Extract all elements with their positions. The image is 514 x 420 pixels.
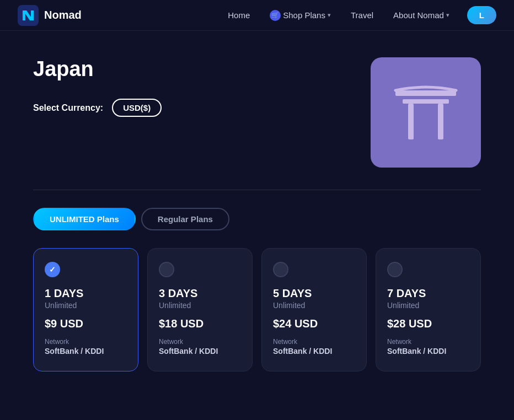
- plan-network-value-3: SoftBank / KDDI: [273, 347, 355, 356]
- plan-network-label-1: Network: [45, 338, 127, 346]
- nomad-logo-icon: [18, 5, 39, 26]
- radio-3day: [159, 262, 174, 277]
- plan-cards: 1 DAYS Unlimited $9 USD Network SoftBank…: [33, 248, 481, 371]
- section-divider: [33, 190, 481, 190]
- plan-type-2: Unlimited: [159, 301, 241, 310]
- currency-selector[interactable]: USD($): [112, 99, 162, 117]
- torii-gate-icon: [393, 79, 459, 146]
- country-info: Japan Select Currency: USD($): [33, 57, 371, 117]
- logo: Nomad: [18, 5, 82, 26]
- currency-label: Select Currency:: [33, 103, 103, 113]
- plan-days-1: 1 DAYS: [45, 287, 127, 300]
- plan-tabs: UNLIMITED Plans Regular Plans: [33, 208, 481, 230]
- plan-network-value-4: SoftBank / KDDI: [387, 347, 469, 356]
- navbar: Nomad Home 🛒 Shop Plans ▾ Travel About N…: [0, 0, 514, 31]
- chevron-down-icon: ▾: [328, 12, 331, 19]
- plan-card-7day[interactable]: 7 DAYS Unlimited $28 USD Network SoftBan…: [376, 248, 481, 371]
- plan-price-2: $18 USD: [159, 317, 241, 330]
- login-button[interactable]: L: [467, 6, 496, 24]
- nav-links: Home 🛒 Shop Plans ▾ Travel About Nomad ▾…: [220, 6, 496, 25]
- plan-days-3: 5 DAYS: [273, 287, 355, 300]
- plan-network-label-3: Network: [273, 338, 355, 346]
- main-content: Japan Select Currency: USD($): [0, 31, 514, 394]
- plan-type-4: Unlimited: [387, 301, 469, 310]
- plan-card-5day[interactable]: 5 DAYS Unlimited $24 USD Network SoftBan…: [261, 248, 367, 371]
- country-image: [371, 57, 481, 168]
- svg-rect-1: [395, 90, 456, 96]
- svg-rect-3: [408, 104, 414, 139]
- plan-price-4: $28 USD: [387, 317, 469, 330]
- nav-travel[interactable]: Travel: [343, 6, 381, 24]
- radio-5day: [273, 262, 288, 277]
- svg-rect-2: [403, 99, 449, 104]
- radio-1day: [45, 262, 60, 277]
- nav-about[interactable]: About Nomad ▾: [386, 6, 457, 24]
- plan-network-value-2: SoftBank / KDDI: [159, 347, 241, 356]
- plan-price-3: $24 USD: [273, 317, 355, 330]
- plan-days-4: 7 DAYS: [387, 287, 469, 300]
- nav-home[interactable]: Home: [220, 6, 258, 24]
- cart-icon: 🛒: [270, 10, 281, 21]
- plan-network-label-2: Network: [159, 338, 241, 346]
- plan-type-1: Unlimited: [45, 301, 127, 310]
- plan-type-3: Unlimited: [273, 301, 355, 310]
- country-title: Japan: [33, 57, 371, 81]
- chevron-down-icon-about: ▾: [446, 12, 449, 19]
- currency-row: Select Currency: USD($): [33, 99, 371, 117]
- svg-rect-4: [438, 104, 443, 139]
- country-section: Japan Select Currency: USD($): [33, 57, 481, 168]
- unlimited-plans-tab[interactable]: UNLIMITED Plans: [33, 208, 136, 230]
- nav-shop-plans[interactable]: 🛒 Shop Plans ▾: [262, 6, 339, 25]
- plan-card-3day[interactable]: 3 DAYS Unlimited $18 USD Network SoftBan…: [147, 248, 253, 371]
- plan-card-1day[interactable]: 1 DAYS Unlimited $9 USD Network SoftBank…: [33, 248, 138, 371]
- plan-days-2: 3 DAYS: [159, 287, 241, 300]
- plan-network-value-1: SoftBank / KDDI: [45, 347, 127, 356]
- plan-network-label-4: Network: [387, 338, 469, 346]
- regular-plans-tab[interactable]: Regular Plans: [141, 208, 229, 230]
- radio-7day: [387, 262, 403, 277]
- logo-text: Nomad: [44, 9, 82, 21]
- plan-price-1: $9 USD: [45, 317, 127, 330]
